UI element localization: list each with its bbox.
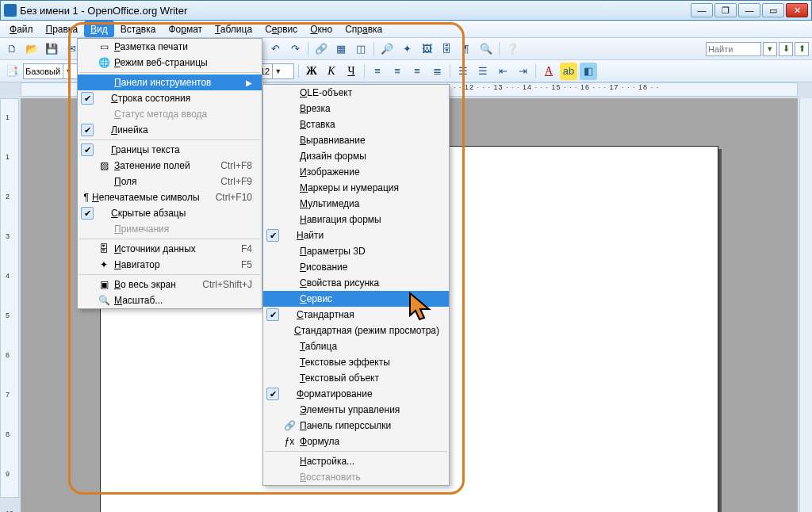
restore-button[interactable]: ❐ <box>714 3 737 17</box>
hyperlink-icon[interactable]: 🔗 <box>312 40 330 58</box>
maximize-button[interactable]: ▭ <box>762 3 784 17</box>
table-icon[interactable]: ▦ <box>332 40 350 58</box>
menu-window[interactable]: Окно <box>304 21 339 37</box>
toolbars-menu-item[interactable]: Текстовые эффекты <box>263 354 449 370</box>
toolbars-menu-item[interactable]: ✔Стандартная <box>263 307 449 323</box>
menu-item-label: Стандартная (режим просмотра) <box>291 325 439 336</box>
toolbars-menu-item[interactable]: Навигация формы <box>263 212 449 227</box>
redo-icon[interactable]: ↷ <box>286 40 304 58</box>
view-menu-item[interactable]: ▭Разметка печати <box>78 39 262 55</box>
underline-button[interactable]: Ч <box>343 63 360 80</box>
menu-item-icon <box>282 134 297 147</box>
toolbars-menu-item[interactable]: Настройка... <box>263 453 449 469</box>
view-menu-item[interactable]: ▨Затенение полейCtrl+F8 <box>78 158 262 174</box>
open-icon[interactable]: 📂 <box>23 40 40 58</box>
toolbars-menu-item[interactable]: Элементы управления <box>263 402 449 418</box>
show-draw-icon[interactable]: ◫ <box>352 40 370 58</box>
new-doc-icon[interactable]: 🗋 <box>3 40 21 58</box>
toolbars-menu-item[interactable]: ✔Найти <box>263 227 449 243</box>
toolbars-menu-item[interactable]: Параметры 3D <box>263 243 449 259</box>
help-icon[interactable]: ❔ <box>504 40 521 58</box>
background-color-button[interactable]: ◧ <box>580 63 597 80</box>
increase-indent-icon[interactable]: ⇥ <box>514 63 531 80</box>
view-menu-item[interactable]: Панели инструментов▶ <box>78 75 262 90</box>
check-icon: ✔ <box>266 308 279 321</box>
view-menu-item[interactable]: 🗄Источники данныхF4 <box>78 241 262 257</box>
vertical-scrollbar[interactable] <box>799 98 812 512</box>
menu-table[interactable]: Таблица <box>209 21 259 37</box>
toolbars-menu-item[interactable]: Изображение <box>263 164 449 180</box>
toolbars-menu-item[interactable]: Врезка <box>263 101 449 117</box>
menu-view[interactable]: Вид <box>84 21 114 37</box>
bullet-list-icon[interactable]: ☰ <box>474 63 492 80</box>
toolbars-menu-item[interactable]: Сервис <box>263 291 449 307</box>
find-prev-button[interactable]: ⬆ <box>795 42 809 56</box>
view-menu-item[interactable]: 🔍Масштаб... <box>78 292 262 308</box>
find-replace-icon[interactable]: 🔎 <box>378 40 396 58</box>
submenu-arrow-icon: ▶ <box>246 78 252 87</box>
toolbars-menu-item[interactable]: 🔗Панель гиперссылки <box>263 418 449 434</box>
menu-edit[interactable]: Правка <box>40 21 85 37</box>
gallery-icon[interactable]: 🖼 <box>418 40 435 58</box>
view-menu-item[interactable]: 🌐Режим веб-страницы <box>78 55 262 71</box>
minimize-button-2[interactable]: — <box>738 3 760 17</box>
search-dropdown-button[interactable]: ▾ <box>763 42 777 56</box>
close-button[interactable]: ✕ <box>786 3 808 17</box>
menu-file[interactable]: Файл <box>3 21 40 37</box>
check-icon <box>81 243 97 255</box>
menu-format[interactable]: Формат <box>162 21 209 37</box>
align-left-icon[interactable]: ≡ <box>369 63 386 80</box>
menu-help[interactable]: Справка <box>339 21 389 37</box>
view-menu-item[interactable]: ▣Во весь экранCtrl+Shift+J <box>78 277 262 292</box>
view-menu-item[interactable]: ПоляCtrl+F9 <box>78 174 262 189</box>
font-size-combo[interactable]: 12▼ <box>258 63 294 79</box>
toolbars-menu-item[interactable]: ƒxФормула <box>263 434 449 449</box>
toolbars-menu-item[interactable]: Дизайн формы <box>263 148 449 164</box>
view-menu-item[interactable]: ✦НавигаторF5 <box>78 257 262 273</box>
highlight-color-button[interactable]: ab <box>560 63 577 80</box>
toolbars-menu-item[interactable]: Вставка <box>263 117 449 132</box>
view-menu-item[interactable]: ¶Непечатаемые символыCtrl+F10 <box>78 189 262 205</box>
toolbars-menu-item[interactable]: Выравнивание <box>263 132 449 148</box>
view-menu-item[interactable]: ✔Строка состояния <box>78 90 262 106</box>
menu-insert[interactable]: Вставка <box>114 21 163 37</box>
bold-button[interactable]: Ж <box>303 63 320 80</box>
toolbars-menu-item[interactable]: Таблица <box>263 338 449 354</box>
navigator-icon[interactable]: ✦ <box>398 40 416 58</box>
decrease-indent-icon[interactable]: ⇤ <box>494 63 511 80</box>
align-right-icon[interactable]: ≡ <box>408 63 426 80</box>
menu-tools[interactable]: Сервис <box>259 21 304 37</box>
menu-item-icon: ▭ <box>97 40 111 53</box>
font-color-button[interactable]: А <box>540 63 557 80</box>
align-justify-icon[interactable]: ≣ <box>428 63 446 80</box>
toolbars-menu-item[interactable]: OLE-объект <box>263 85 449 101</box>
check-icon <box>266 181 282 194</box>
vertical-ruler[interactable]: 112345678910 <box>0 98 19 498</box>
toolbars-menu-item[interactable]: Свойства рисунка <box>263 275 449 291</box>
check-icon <box>81 294 97 307</box>
toolbars-menu-item[interactable]: Стандартная (режим просмотра) <box>263 323 449 338</box>
toolbars-menu-item[interactable]: Рисование <box>263 259 449 275</box>
zoom-icon[interactable]: 🔍 <box>477 40 495 58</box>
toolbars-menu-item[interactable]: Маркеры и нумерация <box>263 180 449 196</box>
check-icon: ✔ <box>266 229 279 242</box>
toolbars-menu-item[interactable]: ✔Форматирование <box>263 386 449 402</box>
save-icon[interactable]: 💾 <box>43 40 60 58</box>
italic-button[interactable]: К <box>323 63 340 80</box>
search-input[interactable] <box>706 42 761 56</box>
check-icon <box>266 166 282 178</box>
view-menu-item[interactable]: ✔Скрытые абзацы <box>78 205 262 221</box>
numbered-list-icon[interactable]: ☰ <box>454 63 472 80</box>
find-next-button[interactable]: ⬇ <box>779 42 793 56</box>
undo-icon[interactable]: ↶ <box>266 40 284 58</box>
minimize-button[interactable]: — <box>691 3 713 17</box>
view-menu-item[interactable]: ✔Границы текста <box>78 142 262 158</box>
view-menu-item[interactable]: ✔Линейка <box>78 122 262 138</box>
datasource-icon[interactable]: 🗄 <box>438 40 455 58</box>
toolbars-menu-item[interactable]: Мультимедиа <box>263 196 449 212</box>
align-center-icon[interactable]: ≡ <box>389 63 406 80</box>
toolbars-menu-item[interactable]: Текстовый объект <box>263 370 449 386</box>
check-icon <box>266 340 282 353</box>
nonprint-icon[interactable]: ¶ <box>458 40 475 58</box>
styles-dialog-icon[interactable]: 📑 <box>3 63 21 80</box>
